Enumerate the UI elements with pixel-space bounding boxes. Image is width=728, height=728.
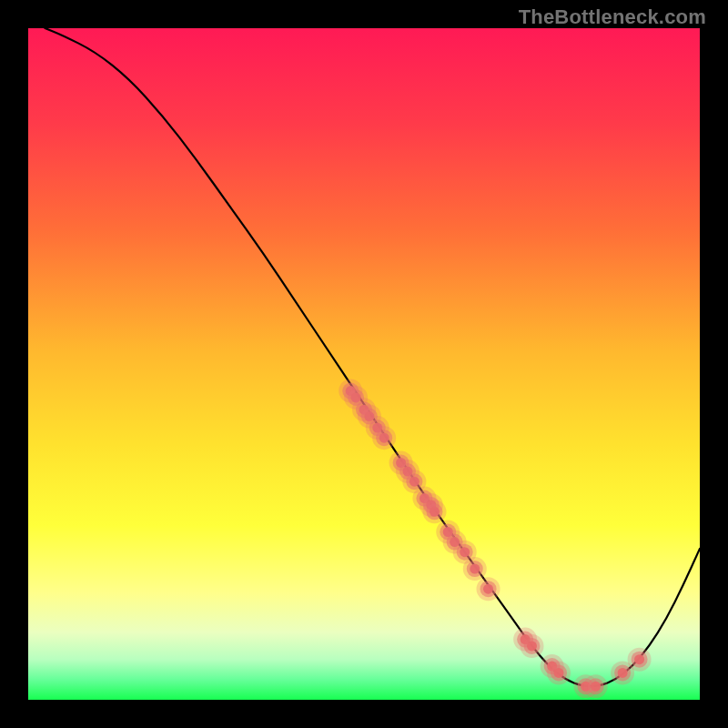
plot-area [28,28,700,700]
marker-dot [634,654,644,664]
marker-dot [410,477,420,487]
marker-dot [591,682,601,692]
marker-dot [554,668,564,678]
marker-dot [379,433,389,443]
attribution-label: TheBottleneck.com [519,5,706,29]
marker-dot [460,547,470,557]
plot-svg [28,28,700,700]
marker-dot [483,584,493,594]
marker-dot [470,564,480,574]
marker-dot [527,641,537,651]
marker-dot [430,507,440,517]
marker-dot [618,668,628,678]
gradient-background [28,28,700,700]
chart-frame: TheBottleneck.com [0,0,728,728]
